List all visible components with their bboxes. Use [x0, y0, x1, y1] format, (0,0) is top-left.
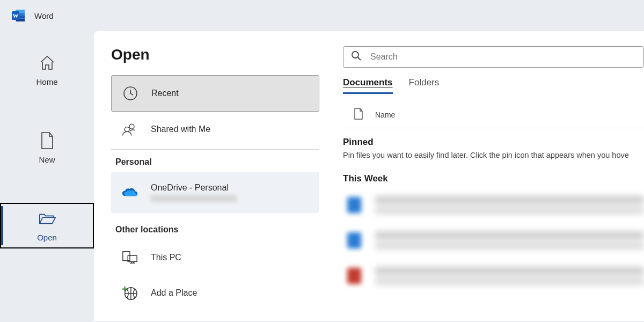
svg-text:W: W: [13, 12, 19, 19]
locations-column: Open Recent: [111, 46, 319, 321]
section-other: Other locations: [111, 217, 319, 240]
app-header: W Word: [0, 0, 644, 31]
tab-folders[interactable]: Folders: [409, 77, 440, 94]
tab-documents[interactable]: Documents: [343, 77, 393, 94]
document-list: Documents Folders Name Pinned Pin files …: [343, 46, 644, 321]
doc-name-redacted: [375, 231, 644, 250]
nav-open-label: Open: [37, 233, 57, 242]
column-headers: Name: [343, 104, 644, 128]
group-pinned-hint: Pin files you want to easily find later.…: [343, 151, 644, 165]
home-icon: [38, 54, 56, 72]
onedrive-icon: [122, 185, 138, 201]
document-row[interactable]: [343, 223, 644, 258]
location-onedrive[interactable]: OneDrive - Personal: [111, 172, 319, 213]
svg-point-8: [129, 124, 134, 129]
open-panel: Open Recent: [94, 31, 644, 321]
document-glyph-icon: [354, 108, 363, 121]
search-icon: [351, 50, 362, 63]
location-recent-label: Recent: [151, 89, 179, 98]
backstage-nav: Home New Open: [0, 31, 94, 321]
doc-icon: [347, 232, 361, 248]
onedrive-account-redacted: [151, 195, 237, 202]
location-add-place[interactable]: Add a Place: [111, 275, 319, 311]
nav-home[interactable]: Home: [0, 47, 94, 93]
doc-icon: [347, 268, 361, 284]
location-shared[interactable]: Shared with Me: [111, 112, 319, 147]
document-row[interactable]: [343, 258, 644, 294]
search-input[interactable]: [370, 52, 636, 62]
doc-name-redacted: [375, 267, 644, 285]
group-this-week: This Week: [343, 165, 644, 187]
this-pc-icon: [122, 250, 138, 266]
svg-point-9: [125, 127, 129, 132]
document-row[interactable]: [343, 187, 644, 223]
location-shared-label: Shared with Me: [151, 125, 210, 134]
main: Home New Open Open: [0, 31, 644, 321]
group-pinned: Pinned: [343, 128, 644, 151]
location-recent[interactable]: Recent: [111, 75, 319, 112]
nav-new-label: New: [39, 155, 55, 164]
page-title: Open: [111, 46, 319, 63]
svg-point-13: [352, 52, 358, 58]
doc-name-redacted: [375, 196, 644, 214]
nav-new[interactable]: New: [0, 125, 94, 171]
clock-icon: [122, 85, 138, 101]
search-box[interactable]: [343, 46, 644, 68]
people-icon: [122, 121, 138, 137]
section-personal: Personal: [111, 149, 319, 172]
nav-open[interactable]: Open: [0, 203, 94, 248]
location-this-pc-label: This PC: [151, 253, 181, 262]
location-onedrive-label: OneDrive - Personal: [151, 183, 237, 193]
location-browse[interactable]: Browse: [111, 311, 319, 322]
nav-home-label: Home: [36, 77, 57, 86]
svg-rect-10: [123, 252, 130, 261]
add-place-icon: [122, 285, 138, 301]
location-this-pc[interactable]: This PC: [111, 240, 319, 275]
filter-tabs: Documents Folders: [343, 77, 644, 94]
new-document-icon: [38, 131, 56, 150]
column-name[interactable]: Name: [375, 111, 395, 119]
word-logo-icon: W: [12, 10, 25, 21]
app-title: Word: [34, 11, 54, 20]
doc-icon: [347, 197, 361, 213]
location-add-place-label: Add a Place: [151, 288, 197, 298]
open-folder-icon: [38, 209, 56, 228]
